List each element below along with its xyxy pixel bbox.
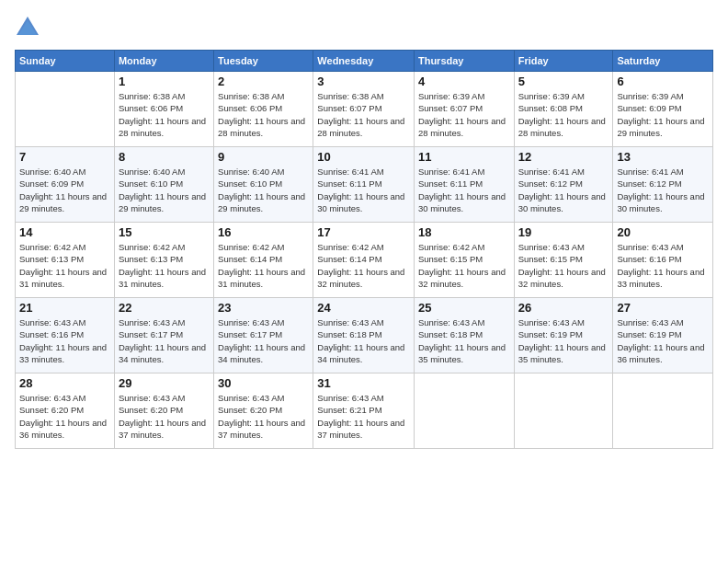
calendar-week-row: 1 Sunrise: 6:38 AMSunset: 6:06 PMDayligh… bbox=[16, 72, 713, 147]
calendar-cell: 2 Sunrise: 6:38 AMSunset: 6:06 PMDayligh… bbox=[214, 72, 313, 147]
calendar-cell: 17 Sunrise: 6:42 AMSunset: 6:14 PMDaylig… bbox=[313, 223, 415, 298]
calendar-cell: 8 Sunrise: 6:40 AMSunset: 6:10 PMDayligh… bbox=[114, 147, 213, 223]
calendar-cell: 5 Sunrise: 6:39 AMSunset: 6:08 PMDayligh… bbox=[514, 72, 613, 147]
logo bbox=[15, 15, 44, 40]
calendar-week-row: 14 Sunrise: 6:42 AMSunset: 6:13 PMDaylig… bbox=[16, 223, 713, 298]
day-info: Sunrise: 6:41 AMSunset: 6:12 PMDaylight:… bbox=[617, 166, 709, 214]
weekday-header-tuesday: Tuesday bbox=[214, 51, 313, 72]
calendar-table: SundayMondayTuesdayWednesdayThursdayFrid… bbox=[15, 50, 713, 449]
day-number: 1 bbox=[119, 75, 210, 88]
calendar-cell: 30 Sunrise: 6:43 AMSunset: 6:20 PMDaylig… bbox=[214, 373, 313, 449]
day-info: Sunrise: 6:40 AMSunset: 6:10 PMDaylight:… bbox=[218, 166, 309, 214]
day-info: Sunrise: 6:38 AMSunset: 6:06 PMDaylight:… bbox=[218, 90, 309, 139]
calendar-cell: 27 Sunrise: 6:43 AMSunset: 6:19 PMDaylig… bbox=[613, 298, 713, 373]
calendar-cell: 25 Sunrise: 6:43 AMSunset: 6:18 PMDaylig… bbox=[414, 298, 514, 373]
day-info: Sunrise: 6:43 AMSunset: 6:17 PMDaylight:… bbox=[218, 316, 309, 365]
day-number: 12 bbox=[518, 150, 609, 164]
day-number: 7 bbox=[19, 150, 110, 164]
day-info: Sunrise: 6:43 AMSunset: 6:20 PMDaylight:… bbox=[19, 392, 110, 441]
day-info: Sunrise: 6:43 AMSunset: 6:16 PMDaylight:… bbox=[19, 316, 110, 365]
calendar-cell: 11 Sunrise: 6:41 AMSunset: 6:11 PMDaylig… bbox=[414, 147, 514, 223]
day-number: 5 bbox=[518, 75, 609, 88]
calendar-cell: 20 Sunrise: 6:43 AMSunset: 6:16 PMDaylig… bbox=[613, 223, 713, 298]
day-info: Sunrise: 6:43 AMSunset: 6:18 PMDaylight:… bbox=[418, 316, 510, 365]
calendar-cell: 14 Sunrise: 6:42 AMSunset: 6:13 PMDaylig… bbox=[16, 223, 115, 298]
day-number: 2 bbox=[218, 75, 309, 88]
logo-icon bbox=[15, 15, 40, 40]
header bbox=[15, 15, 713, 40]
day-number: 14 bbox=[19, 225, 110, 239]
calendar-week-row: 28 Sunrise: 6:43 AMSunset: 6:20 PMDaylig… bbox=[16, 373, 713, 449]
day-number: 28 bbox=[19, 376, 110, 390]
calendar-cell: 24 Sunrise: 6:43 AMSunset: 6:18 PMDaylig… bbox=[313, 298, 415, 373]
calendar-cell: 13 Sunrise: 6:41 AMSunset: 6:12 PMDaylig… bbox=[613, 147, 713, 223]
day-number: 25 bbox=[418, 301, 510, 315]
day-number: 23 bbox=[218, 301, 309, 315]
day-number: 10 bbox=[317, 150, 410, 164]
calendar-cell: 21 Sunrise: 6:43 AMSunset: 6:16 PMDaylig… bbox=[16, 298, 115, 373]
day-number: 20 bbox=[617, 225, 709, 239]
day-info: Sunrise: 6:43 AMSunset: 6:19 PMDaylight:… bbox=[518, 316, 609, 365]
day-info: Sunrise: 6:39 AMSunset: 6:08 PMDaylight:… bbox=[518, 90, 609, 139]
day-number: 9 bbox=[218, 150, 309, 164]
day-info: Sunrise: 6:43 AMSunset: 6:20 PMDaylight:… bbox=[218, 392, 309, 441]
calendar-week-row: 21 Sunrise: 6:43 AMSunset: 6:16 PMDaylig… bbox=[16, 298, 713, 373]
day-number: 24 bbox=[317, 301, 410, 315]
day-number: 17 bbox=[317, 225, 410, 239]
calendar-cell: 12 Sunrise: 6:41 AMSunset: 6:12 PMDaylig… bbox=[514, 147, 613, 223]
weekday-header-thursday: Thursday bbox=[414, 51, 514, 72]
day-info: Sunrise: 6:40 AMSunset: 6:09 PMDaylight:… bbox=[19, 166, 110, 214]
day-number: 3 bbox=[317, 75, 410, 88]
day-number: 6 bbox=[617, 75, 709, 88]
day-info: Sunrise: 6:42 AMSunset: 6:13 PMDaylight:… bbox=[119, 241, 210, 290]
calendar-cell bbox=[514, 373, 613, 449]
day-info: Sunrise: 6:43 AMSunset: 6:21 PMDaylight:… bbox=[317, 392, 410, 441]
day-info: Sunrise: 6:41 AMSunset: 6:11 PMDaylight:… bbox=[418, 166, 510, 214]
calendar-cell: 23 Sunrise: 6:43 AMSunset: 6:17 PMDaylig… bbox=[214, 298, 313, 373]
calendar-cell bbox=[414, 373, 514, 449]
day-number: 19 bbox=[518, 225, 609, 239]
day-info: Sunrise: 6:43 AMSunset: 6:15 PMDaylight:… bbox=[518, 241, 609, 290]
day-number: 30 bbox=[218, 376, 309, 390]
day-info: Sunrise: 6:38 AMSunset: 6:07 PMDaylight:… bbox=[317, 90, 410, 139]
day-info: Sunrise: 6:39 AMSunset: 6:09 PMDaylight:… bbox=[617, 90, 709, 139]
day-number: 8 bbox=[119, 150, 210, 164]
calendar-cell bbox=[16, 72, 115, 147]
day-info: Sunrise: 6:38 AMSunset: 6:06 PMDaylight:… bbox=[119, 90, 210, 139]
day-info: Sunrise: 6:42 AMSunset: 6:14 PMDaylight:… bbox=[218, 241, 309, 290]
day-number: 21 bbox=[19, 301, 110, 315]
calendar-cell: 15 Sunrise: 6:42 AMSunset: 6:13 PMDaylig… bbox=[114, 223, 213, 298]
calendar-cell: 9 Sunrise: 6:40 AMSunset: 6:10 PMDayligh… bbox=[214, 147, 313, 223]
day-info: Sunrise: 6:39 AMSunset: 6:07 PMDaylight:… bbox=[418, 90, 510, 139]
day-number: 11 bbox=[418, 150, 510, 164]
day-info: Sunrise: 6:43 AMSunset: 6:18 PMDaylight:… bbox=[317, 316, 410, 365]
day-number: 27 bbox=[617, 301, 709, 315]
calendar-cell: 29 Sunrise: 6:43 AMSunset: 6:20 PMDaylig… bbox=[114, 373, 213, 449]
calendar-cell: 26 Sunrise: 6:43 AMSunset: 6:19 PMDaylig… bbox=[514, 298, 613, 373]
calendar-cell: 22 Sunrise: 6:43 AMSunset: 6:17 PMDaylig… bbox=[114, 298, 213, 373]
calendar-cell: 18 Sunrise: 6:42 AMSunset: 6:15 PMDaylig… bbox=[414, 223, 514, 298]
calendar-cell: 1 Sunrise: 6:38 AMSunset: 6:06 PMDayligh… bbox=[114, 72, 213, 147]
weekday-header-friday: Friday bbox=[514, 51, 613, 72]
day-number: 26 bbox=[518, 301, 609, 315]
weekday-header-wednesday: Wednesday bbox=[313, 51, 415, 72]
day-info: Sunrise: 6:41 AMSunset: 6:12 PMDaylight:… bbox=[518, 166, 609, 214]
day-info: Sunrise: 6:42 AMSunset: 6:15 PMDaylight:… bbox=[418, 241, 510, 290]
calendar-cell: 16 Sunrise: 6:42 AMSunset: 6:14 PMDaylig… bbox=[214, 223, 313, 298]
day-info: Sunrise: 6:43 AMSunset: 6:17 PMDaylight:… bbox=[119, 316, 210, 365]
day-info: Sunrise: 6:43 AMSunset: 6:20 PMDaylight:… bbox=[119, 392, 210, 441]
day-number: 16 bbox=[218, 225, 309, 239]
calendar-cell: 4 Sunrise: 6:39 AMSunset: 6:07 PMDayligh… bbox=[414, 72, 514, 147]
day-number: 15 bbox=[119, 225, 210, 239]
calendar-cell: 3 Sunrise: 6:38 AMSunset: 6:07 PMDayligh… bbox=[313, 72, 415, 147]
calendar-cell: 7 Sunrise: 6:40 AMSunset: 6:09 PMDayligh… bbox=[16, 147, 115, 223]
day-info: Sunrise: 6:42 AMSunset: 6:13 PMDaylight:… bbox=[19, 241, 110, 290]
calendar-cell: 19 Sunrise: 6:43 AMSunset: 6:15 PMDaylig… bbox=[514, 223, 613, 298]
day-number: 31 bbox=[317, 376, 410, 390]
calendar-cell: 31 Sunrise: 6:43 AMSunset: 6:21 PMDaylig… bbox=[313, 373, 415, 449]
day-number: 29 bbox=[119, 376, 210, 390]
day-info: Sunrise: 6:43 AMSunset: 6:19 PMDaylight:… bbox=[617, 316, 709, 365]
day-number: 13 bbox=[617, 150, 709, 164]
day-info: Sunrise: 6:43 AMSunset: 6:16 PMDaylight:… bbox=[617, 241, 709, 290]
calendar-cell bbox=[613, 373, 713, 449]
